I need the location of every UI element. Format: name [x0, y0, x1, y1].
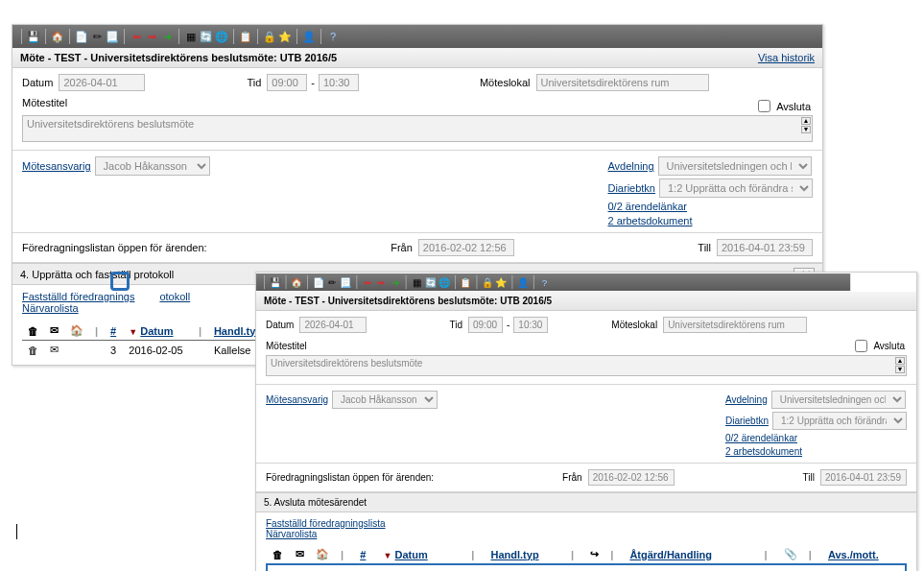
home-icon[interactable]: 🏠 — [291, 276, 303, 289]
col-num[interactable]: # — [110, 325, 116, 337]
tid-to-input[interactable] — [319, 74, 359, 91]
user-icon[interactable]: 👤 — [517, 276, 530, 289]
save-icon[interactable]: 💾 — [27, 30, 40, 43]
diarie-label[interactable]: Diariebtkn — [607, 182, 655, 194]
col-datum-2[interactable]: Datum — [395, 549, 428, 560]
diarie-label-2[interactable]: Diariebtkn — [725, 416, 769, 426]
star-icon[interactable]: ⭐ — [278, 30, 292, 43]
faststalld-lista-link[interactable]: Fastställd föredragnings — [22, 291, 134, 302]
fran-input-2[interactable] — [588, 469, 675, 486]
tid-to-input-2[interactable] — [513, 317, 548, 333]
table-row[interactable]: 🗑 ✉ 3 2016-02-05 Kallelse — [22, 341, 272, 360]
reload-icon[interactable]: 🔄 — [425, 276, 438, 289]
ansvarig-label[interactable]: Mötesansvarig — [22, 160, 91, 172]
help-icon[interactable]: ? — [538, 276, 551, 289]
fwd-icon[interactable]: ➜ — [160, 30, 174, 43]
copy-icon[interactable]: 📋 — [239, 30, 252, 43]
avsluta-check-2[interactable]: Avsluta — [851, 337, 905, 355]
avsluta-checkbox-2[interactable] — [855, 340, 867, 352]
diarie-select[interactable]: 1:2 Upprätta och förändra styr — [659, 178, 813, 198]
mail-icon[interactable]: ✉ — [296, 548, 304, 559]
user-icon[interactable]: 👤 — [302, 30, 316, 43]
visa-historik-link[interactable]: Visa historik — [758, 52, 815, 63]
new-icon[interactable]: 📄 — [75, 30, 88, 43]
spinner[interactable]: ▲▼ — [801, 117, 811, 133]
avsluta-check[interactable]: Avsluta — [754, 97, 811, 115]
lock-icon[interactable]: 🔒 — [482, 276, 494, 289]
ansvarig-select-2[interactable]: Jacob Håkansson — [332, 391, 438, 409]
mail-icon[interactable]: ✉ — [50, 344, 59, 355]
lokal-input-2[interactable] — [663, 317, 807, 333]
arbetsdokument-link-2[interactable]: 2 arbetsdokument — [725, 446, 802, 457]
avdelning-select[interactable]: Universitetsledningen och ledn — [658, 156, 812, 176]
spinner-2[interactable]: ▲▼ — [895, 357, 905, 373]
datum-input[interactable] — [59, 74, 145, 91]
trash-icon[interactable]: 🗑 — [272, 549, 283, 560]
edit-icon[interactable]: ✏ — [90, 30, 104, 43]
redo-icon[interactable]: ➡ — [145, 30, 158, 43]
undo-icon[interactable]: ⬅ — [130, 30, 143, 43]
print-icon[interactable]: 🌐 — [438, 276, 451, 289]
trash-icon[interactable]: 🗑 — [28, 345, 38, 356]
narvarolista-link[interactable]: Närvarolista — [22, 302, 79, 314]
grid-icon[interactable]: ▦ — [184, 30, 198, 43]
col-atgard[interactable]: Åtgärd/Handling — [629, 549, 712, 560]
edit-icon[interactable]: ✏ — [326, 276, 339, 289]
star-icon[interactable]: ⭐ — [495, 276, 508, 289]
new-icon[interactable]: 📄 — [313, 276, 325, 289]
sort-arrow-icon[interactable]: ▼ — [129, 327, 137, 337]
narvarolista-link-2[interactable]: Närvarolista — [266, 529, 317, 539]
protokoll-link[interactable]: otokoll — [159, 291, 190, 302]
title-bar-2: Möte - TEST - Universitetsdirektörens be… — [256, 292, 916, 311]
save-icon[interactable]: 💾 — [270, 276, 282, 289]
fran-input[interactable] — [418, 239, 514, 256]
titel-textarea-2[interactable]: Universitetsdirektörens beslutsmöte — [266, 355, 907, 376]
print-icon[interactable]: 🌐 — [215, 30, 228, 43]
datum-input-2[interactable] — [299, 317, 367, 333]
tid-from-input-2[interactable] — [468, 317, 503, 333]
faststalld-lista-link-2[interactable]: Fastställd föredragningslista — [266, 518, 386, 529]
copy-icon[interactable]: 📋 — [460, 276, 472, 289]
text-cursor — [16, 524, 17, 539]
tid-from-input[interactable] — [267, 74, 307, 91]
lokal-label: Möteslokal — [480, 77, 531, 88]
lokal-label-2: Möteslokal — [611, 320, 657, 330]
col-handl-2[interactable]: Handl.typ — [490, 549, 538, 560]
house-icon[interactable]: 🏠 — [70, 324, 83, 336]
till-input[interactable] — [717, 239, 813, 256]
doc-icon[interactable]: 📃 — [340, 276, 352, 289]
ansvarig-select[interactable]: Jacob Håkansson — [95, 156, 210, 176]
house-icon[interactable]: 🏠 — [316, 548, 329, 559]
col-datum[interactable]: Datum — [140, 325, 173, 337]
cell-datum: 2016-02-07 — [378, 564, 466, 571]
titel-textarea[interactable]: Universitetsdirektörens beslutsmöte — [22, 115, 813, 142]
table-row-highlighted[interactable]: 🗑 ✉ 4 2016-02-07 Protokoll ↪ Motesprotok… — [267, 564, 906, 571]
ansvarig-label-2[interactable]: Mötesansvarig — [266, 394, 328, 405]
avdelning-label-2[interactable]: Avdelning — [725, 394, 768, 405]
till-input-2[interactable] — [820, 469, 907, 486]
help-icon[interactable]: ? — [326, 30, 340, 43]
avsluta-checkbox[interactable] — [758, 100, 770, 112]
avdelning-select-2[interactable]: Universitetsledningen och ledn — [771, 391, 906, 409]
redo-icon[interactable]: ➡ — [375, 276, 388, 289]
home-icon[interactable]: 🏠 — [51, 30, 64, 43]
grid-icon[interactable]: ▦ — [411, 276, 423, 289]
sort-arrow-icon[interactable]: ▼ — [384, 551, 392, 560]
mail-icon[interactable]: ✉ — [50, 324, 59, 336]
lock-icon[interactable]: 🔒 — [263, 30, 276, 43]
arendelankar-link[interactable]: 0/2 ärendelänkar — [607, 201, 687, 212]
arbetsdokument-link[interactable]: 2 arbetsdokument — [607, 215, 692, 226]
lokal-input[interactable] — [536, 74, 709, 91]
avdelning-label[interactable]: Avdelning — [607, 160, 653, 172]
attach-icon[interactable]: 📎 — [784, 548, 797, 559]
reload-icon[interactable]: 🔄 — [200, 30, 213, 43]
doc-icon[interactable]: 📃 — [106, 30, 119, 43]
col-avs[interactable]: Avs./mott. — [828, 549, 879, 560]
arrow-icon[interactable]: ↪ — [590, 548, 599, 559]
col-num-2[interactable]: # — [360, 549, 366, 560]
undo-icon[interactable]: ⬅ — [362, 276, 374, 289]
diarie-select-2[interactable]: 1:2 Upprätta och förändra styr — [772, 412, 907, 430]
fwd-icon[interactable]: ➜ — [390, 276, 402, 289]
arendelankar-link-2[interactable]: 0/2 ärendelänkar — [725, 433, 797, 443]
trash-icon[interactable]: 🗑 — [28, 325, 38, 337]
